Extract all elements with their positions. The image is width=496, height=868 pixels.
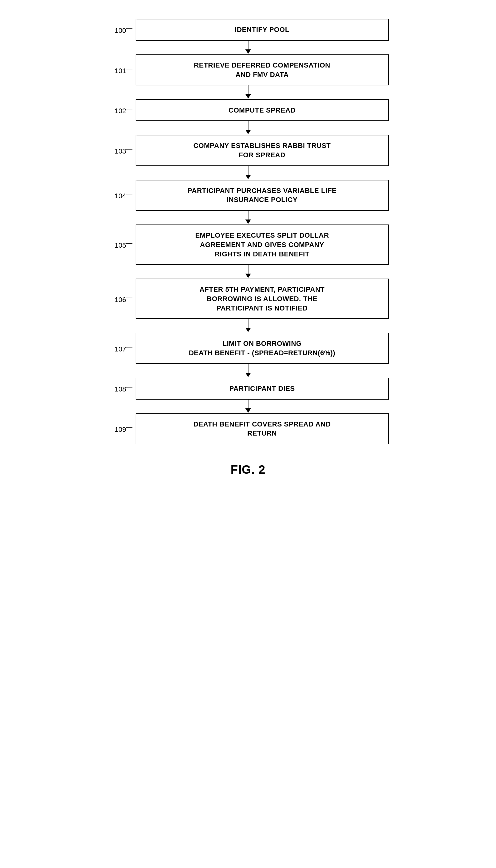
arrow-line-5 bbox=[248, 265, 248, 274]
diagram-container: 100— IDENTIFY POOL 101— RETRIEVE DEFERRE… bbox=[108, 19, 389, 476]
step-box-100: IDENTIFY POOL bbox=[136, 19, 389, 41]
arrow-head-5 bbox=[245, 274, 251, 278]
arrow-8 bbox=[108, 400, 389, 413]
step-label-107: 107— bbox=[108, 343, 136, 353]
arrow-head-6 bbox=[245, 328, 251, 332]
arrow-line-8 bbox=[248, 400, 248, 408]
step-box-107: LIMIT ON BORROWINGDEATH BENEFIT - (SPREA… bbox=[136, 333, 389, 364]
arrow-head-2 bbox=[245, 130, 251, 134]
arrow-0 bbox=[108, 41, 389, 55]
step-box-102: COMPUTE SPREAD bbox=[136, 99, 389, 121]
step-label-109: 109— bbox=[108, 424, 136, 434]
arrow-line-4 bbox=[248, 211, 248, 219]
arrow-7 bbox=[108, 364, 389, 378]
step-row-103: 103— COMPANY ESTABLISHES RABBI TRUSTFOR … bbox=[108, 135, 389, 166]
arrow-4 bbox=[108, 211, 389, 225]
arrow-head-0 bbox=[245, 49, 251, 54]
arrow-head-7 bbox=[245, 373, 251, 377]
step-label-102: 102— bbox=[108, 105, 136, 115]
arrow-head-8 bbox=[245, 408, 251, 413]
step-label-105: 105— bbox=[108, 240, 136, 249]
step-row-105: 105— EMPLOYEE EXECUTES SPLIT DOLLARAGREE… bbox=[108, 225, 389, 265]
step-box-108: PARTICIPANT DIES bbox=[136, 378, 389, 400]
step-label-106: 106— bbox=[108, 294, 136, 304]
figure-label: FIG. 2 bbox=[231, 463, 266, 476]
step-row-106: 106— AFTER 5TH PAYMENT, PARTICIPANTBORRO… bbox=[108, 278, 389, 319]
arrow-2 bbox=[108, 121, 389, 135]
step-box-106: AFTER 5TH PAYMENT, PARTICIPANTBORROWING … bbox=[136, 278, 389, 319]
arrow-1 bbox=[108, 85, 389, 99]
step-label-103: 103— bbox=[108, 146, 136, 155]
arrow-line-7 bbox=[248, 364, 248, 373]
arrow-6 bbox=[108, 319, 389, 333]
arrow-line-1 bbox=[248, 85, 248, 94]
step-label-100: 100— bbox=[108, 25, 136, 35]
arrow-line-3 bbox=[248, 166, 248, 175]
step-row-102: 102— COMPUTE SPREAD bbox=[108, 99, 389, 121]
arrow-5 bbox=[108, 265, 389, 278]
arrow-line-0 bbox=[248, 41, 248, 49]
arrow-head-1 bbox=[245, 94, 251, 98]
arrow-3 bbox=[108, 166, 389, 180]
step-label-108: 108— bbox=[108, 383, 136, 393]
step-label-101: 101— bbox=[108, 65, 136, 75]
arrow-line-2 bbox=[248, 121, 248, 130]
step-row-104: 104— PARTICIPANT PURCHASES VARIABLE LIFE… bbox=[108, 180, 389, 211]
step-row-109: 109— DEATH BENEFIT COVERS SPREAD ANDRETU… bbox=[108, 413, 389, 444]
step-box-101: RETRIEVE DEFERRED COMPENSATIONAND FMV DA… bbox=[136, 55, 389, 85]
step-label-104: 104— bbox=[108, 190, 136, 200]
arrow-head-4 bbox=[245, 219, 251, 224]
step-box-103: COMPANY ESTABLISHES RABBI TRUSTFOR SPREA… bbox=[136, 135, 389, 166]
step-box-105: EMPLOYEE EXECUTES SPLIT DOLLARAGREEMENT … bbox=[136, 225, 389, 265]
arrow-line-6 bbox=[248, 319, 248, 328]
step-row-108: 108— PARTICIPANT DIES bbox=[108, 378, 389, 400]
step-box-104: PARTICIPANT PURCHASES VARIABLE LIFEINSUR… bbox=[136, 180, 389, 211]
arrow-head-3 bbox=[245, 175, 251, 179]
step-row-100: 100— IDENTIFY POOL bbox=[108, 19, 389, 41]
step-box-109: DEATH BENEFIT COVERS SPREAD ANDRETURN bbox=[136, 413, 389, 444]
step-row-101: 101— RETRIEVE DEFERRED COMPENSATIONAND F… bbox=[108, 55, 389, 85]
step-row-107: 107— LIMIT ON BORROWINGDEATH BENEFIT - (… bbox=[108, 333, 389, 364]
